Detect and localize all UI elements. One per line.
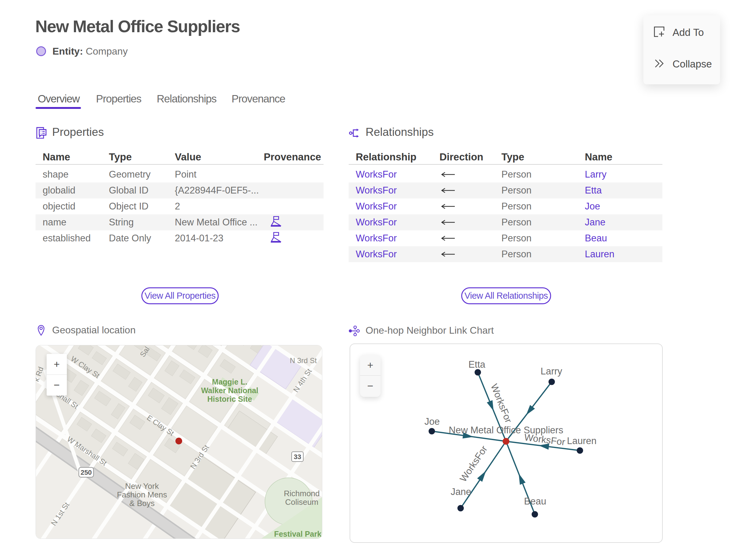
- svg-text:New York: New York: [125, 481, 159, 491]
- svg-text:Jane: Jane: [450, 486, 471, 497]
- svg-text:& Boys: & Boys: [129, 499, 155, 508]
- svg-text:Joe: Joe: [424, 416, 440, 427]
- svg-text:Lauren: Lauren: [567, 435, 597, 446]
- svg-text:33: 33: [294, 453, 301, 461]
- svg-text:Walker National: Walker National: [201, 386, 259, 395]
- svg-text:Historic Site: Historic Site: [207, 395, 252, 403]
- svg-text:WorksFor: WorksFor: [458, 444, 489, 484]
- svg-text:New Metal Office Suppliers: New Metal Office Suppliers: [449, 425, 563, 435]
- svg-text:Maggie L.: Maggie L.: [212, 378, 247, 386]
- svg-text:Coliseum: Coliseum: [285, 497, 318, 507]
- svg-text:Etta: Etta: [468, 359, 485, 370]
- svg-text:Fashion Mens: Fashion Mens: [117, 490, 167, 499]
- svg-text:N 3rd St: N 3rd St: [290, 356, 317, 365]
- svg-text:Richmond: Richmond: [284, 489, 320, 498]
- svg-text:250: 250: [81, 469, 92, 476]
- svg-text:Larry: Larry: [541, 366, 562, 377]
- svg-text:Beau: Beau: [524, 496, 546, 507]
- svg-text:Festival Park: Festival Park: [274, 530, 321, 538]
